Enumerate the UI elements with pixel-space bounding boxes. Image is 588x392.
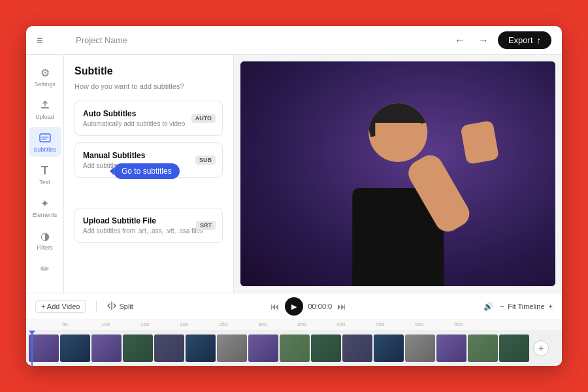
subtitles-icon <box>38 131 52 145</box>
sidebar-item-upload[interactable]: Upload <box>29 94 61 124</box>
timeline-thumb-15[interactable] <box>468 335 498 362</box>
export-label: Export <box>508 35 533 45</box>
menu-icon[interactable]: ≡ <box>37 35 42 46</box>
timeline-thumb-8[interactable] <box>248 335 278 362</box>
video-player[interactable] <box>240 61 555 286</box>
sidebar-item-subtitles[interactable]: Subtitles <box>29 127 61 157</box>
split-icon <box>107 301 116 312</box>
right-controls: 🔊 − Fit Timeline + <box>483 302 553 311</box>
fit-timeline: − Fit Timeline + <box>500 302 553 310</box>
sidebar-item-settings-label: Settings <box>34 81 56 88</box>
play-button[interactable]: ▶ <box>285 297 303 316</box>
timeline-controls: + Add Video Split ⏮ ▶ 00:00:0 ⏭ 🔊 − <box>26 293 562 320</box>
export-button[interactable]: Export ↑ <box>498 31 551 49</box>
export-icon: ↑ <box>537 35 542 45</box>
sidebar-item-settings[interactable]: ⚙ Settings <box>29 61 61 91</box>
zoom-out-button[interactable]: − <box>500 302 504 310</box>
top-bar-left: ≡ <box>37 35 76 46</box>
add-video-button[interactable]: + Add Video <box>35 300 86 313</box>
sidebar-item-text-label: Text <box>39 179 50 186</box>
icon-nav: ⚙ Settings Upload <box>26 55 64 293</box>
timeline-needle <box>31 331 33 366</box>
redo-button[interactable]: → <box>474 32 493 49</box>
timeline-thumb-6[interactable] <box>186 335 216 362</box>
app-window: ≡ Project Name ← → Export ↑ ⚙ Settings <box>26 26 562 366</box>
playback-controls: ⏮ ▶ 00:00:0 ⏭ <box>141 297 476 316</box>
sidebar-item-text[interactable]: T Text <box>29 159 61 189</box>
ruler-mark-300: 300 <box>258 321 267 327</box>
timeline-thumb-5[interactable] <box>154 335 184 362</box>
sidebar-item-filters[interactable]: ◑ Filters <box>29 225 61 255</box>
timeline-thumb-7[interactable] <box>217 335 247 362</box>
project-name: Project Name <box>76 35 451 45</box>
volume-icon[interactable]: 🔊 <box>483 302 493 311</box>
auto-subtitles-option[interactable]: Auto Subtitles Automatically add subtitl… <box>74 101 223 136</box>
rewind-button[interactable]: ⏮ <box>270 301 280 312</box>
ruler-mark-450: 450 <box>376 321 384 327</box>
ruler-mark-350: 350 <box>297 321 306 327</box>
ruler-mark-250: 250 <box>219 321 227 327</box>
timeline-thumb-14[interactable] <box>436 335 466 362</box>
video-person <box>287 84 508 286</box>
timeline-thumb-16[interactable] <box>499 335 529 362</box>
person-head <box>368 103 427 162</box>
sidebar-item-upload-label: Upload <box>35 114 54 120</box>
elements-icon: ✦ <box>38 196 52 210</box>
ruler-mark-550: 550 <box>454 321 463 327</box>
sidebar-item-elements-label: Elements <box>33 212 57 218</box>
srt-badge: SRT <box>196 221 216 230</box>
panel-question: How do you want to add subtitles? <box>74 82 223 90</box>
filters-icon: ◑ <box>38 229 52 243</box>
needle-head <box>29 331 35 335</box>
add-track-button[interactable]: + <box>533 340 549 356</box>
manual-badge: SUB <box>195 155 216 165</box>
subtitle-panel: Subtitle How do you want to add subtitle… <box>64 55 234 293</box>
timeline-thumb-1[interactable] <box>29 335 59 362</box>
person-arm <box>404 150 474 236</box>
timeline-thumb-11[interactable] <box>342 335 372 362</box>
auto-badge: AUTO <box>191 114 216 123</box>
timeline-thumb-13[interactable] <box>405 335 435 362</box>
sidebar-item-edit[interactable]: ✏ <box>29 257 61 280</box>
split-button[interactable]: Split <box>107 301 133 312</box>
time-display: 00:00:0 <box>308 302 333 310</box>
svg-rect-1 <box>40 134 50 142</box>
timeline-track[interactable]: + <box>26 331 562 366</box>
upload-subtitle-option[interactable]: Upload Subtitle File Add subtitles from … <box>74 208 223 243</box>
video-area <box>234 55 562 293</box>
upload-icon <box>38 98 52 112</box>
ruler-mark-100: 100 <box>101 321 110 327</box>
manual-subtitles-wrapper: Manual Subtitles Add subtitles manually … <box>74 142 223 178</box>
split-label: Split <box>119 302 133 310</box>
undo-button[interactable]: ← <box>451 32 469 49</box>
sidebar-item-subtitles-label: Subtitles <box>33 146 56 153</box>
person-hand <box>460 120 499 165</box>
divider <box>96 301 97 312</box>
ruler-mark-500: 500 <box>415 321 423 327</box>
upload-subtitle-title: Upload Subtitle File <box>83 216 214 225</box>
ruler-mark-50: 50 <box>62 321 68 327</box>
gear-icon: ⚙ <box>38 65 52 80</box>
sidebar-item-elements[interactable]: ✦ Elements <box>29 192 61 222</box>
timeline-thumb-9[interactable] <box>280 335 310 362</box>
timeline-thumb-3[interactable] <box>91 335 122 362</box>
fast-forward-button[interactable]: ⏭ <box>337 301 346 312</box>
text-icon: T <box>38 163 52 178</box>
main-content: ⚙ Settings Upload <box>26 55 562 293</box>
timeline-thumb-12[interactable] <box>374 335 404 362</box>
ruler-mark-200: 200 <box>180 321 188 327</box>
timeline-thumb-4[interactable] <box>123 335 153 362</box>
goto-subtitles-tooltip[interactable]: Go to subtitles <box>114 163 180 179</box>
person-face <box>375 123 421 159</box>
sidebar-item-filters-label: Filters <box>37 244 53 251</box>
bottom-section: + Add Video Split ⏮ ▶ 00:00:0 ⏭ 🔊 − <box>26 293 562 366</box>
edit-icon: ✏ <box>38 261 52 276</box>
manual-subtitles-title: Manual Subtitles <box>83 151 214 160</box>
zoom-in-button[interactable]: + <box>549 302 553 310</box>
timeline-thumb-2[interactable] <box>60 335 90 362</box>
person-torso <box>352 188 444 286</box>
timeline-thumb-10[interactable] <box>311 335 341 362</box>
svg-rect-0 <box>41 107 49 108</box>
panel-title: Subtitle <box>74 65 223 77</box>
upload-subtitle-desc: Add subtitles from .srt, .ass, .vtt, .ss… <box>83 227 214 235</box>
